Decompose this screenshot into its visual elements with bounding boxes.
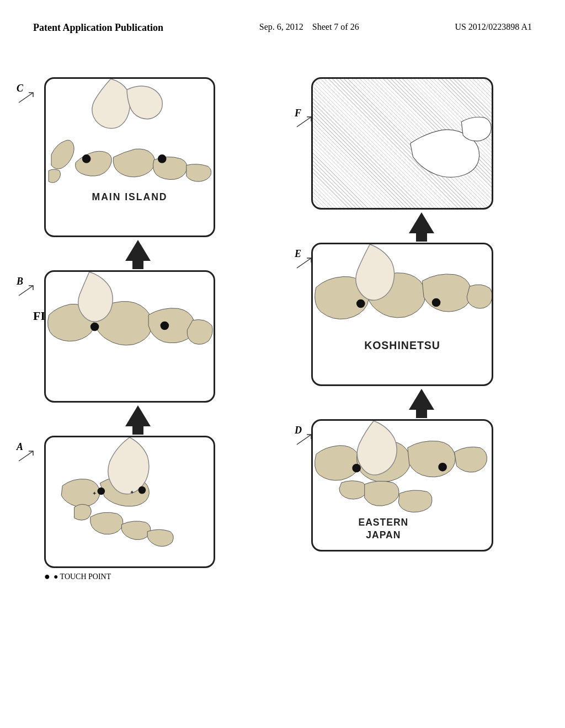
svg-point-10	[98, 488, 105, 495]
svg-marker-15	[409, 212, 434, 242]
panel-e-arrow	[296, 257, 312, 269]
device-f-illustration	[313, 79, 492, 208]
svg-point-7	[161, 322, 169, 330]
device-frame-eastern-japan: EASTERN JAPAN	[311, 419, 493, 552]
device-frame-f	[311, 77, 493, 210]
page-header: Patent Application Publication Sep. 6, 2…	[0, 0, 565, 45]
device-c-illustration: MAIN ISLAND	[46, 79, 214, 235]
panel-f-arrow	[296, 116, 312, 128]
svg-point-25	[438, 463, 447, 472]
device-koshinetsu-illustration: KOSHINETSU	[313, 244, 492, 384]
svg-text:JAPAN: JAPAN	[366, 529, 401, 540]
touch-legend-text: ● TOUCH POINT	[54, 572, 111, 581]
svg-line-21	[297, 435, 311, 445]
svg-line-9	[19, 451, 33, 461]
sheet-info: Sheet 7 of 26	[312, 22, 359, 31]
right-column: F E	[311, 77, 532, 552]
arrow-c-to-b	[33, 237, 243, 270]
svg-line-5	[19, 286, 33, 296]
device-frame-c: MAIN ISLAND	[44, 77, 215, 237]
arrow-b-to-a	[33, 403, 243, 436]
svg-line-16	[297, 258, 311, 268]
panel-a-arrow	[18, 450, 34, 462]
figure-content: C MAIN ISLAND	[33, 77, 532, 706]
svg-line-14	[297, 117, 311, 127]
svg-text:EASTERN: EASTERN	[359, 517, 409, 528]
svg-point-2	[82, 154, 91, 163]
svg-marker-8	[125, 405, 151, 435]
svg-marker-20	[409, 389, 434, 418]
svg-marker-4	[125, 240, 151, 269]
svg-point-6	[90, 323, 99, 331]
svg-text:KOSHINETSU: KOSHINETSU	[364, 340, 440, 352]
svg-point-11	[138, 486, 146, 494]
svg-text:MAIN ISLAND: MAIN ISLAND	[92, 191, 168, 202]
device-b-illustration	[46, 272, 214, 401]
svg-point-24	[352, 464, 361, 473]
svg-text:✦: ✦	[92, 490, 97, 496]
device-frame-koshinetsu: KOSHINETSU	[311, 243, 493, 386]
arrow-f-up	[311, 210, 532, 243]
touch-point-legend: ● ● TOUCH POINT	[44, 571, 243, 582]
svg-point-18	[356, 299, 365, 308]
device-frame-b	[44, 270, 215, 403]
arrow-e-up	[311, 386, 532, 419]
device-eastern-japan-illustration: EASTERN JAPAN	[313, 421, 492, 550]
device-a-illustration: ✦ ✦	[46, 437, 214, 566]
svg-text:✦: ✦	[130, 489, 134, 495]
date-sheet: Sep. 6, 2012 Sheet 7 of 26	[259, 22, 359, 32]
publication-title: Patent Application Publication	[33, 22, 163, 34]
panel-c-arrow	[18, 92, 34, 104]
device-frame-a: ✦ ✦	[44, 436, 215, 568]
panel-b-arrow	[18, 285, 34, 297]
svg-line-0	[19, 93, 33, 103]
left-column: C MAIN ISLAND	[33, 77, 243, 582]
publication-date: Sep. 6, 2012	[259, 22, 303, 31]
panel-d-arrow	[296, 433, 312, 446]
svg-point-3	[158, 154, 167, 163]
svg-point-19	[432, 298, 441, 307]
patent-number: US 2012/0223898 A1	[455, 22, 532, 32]
